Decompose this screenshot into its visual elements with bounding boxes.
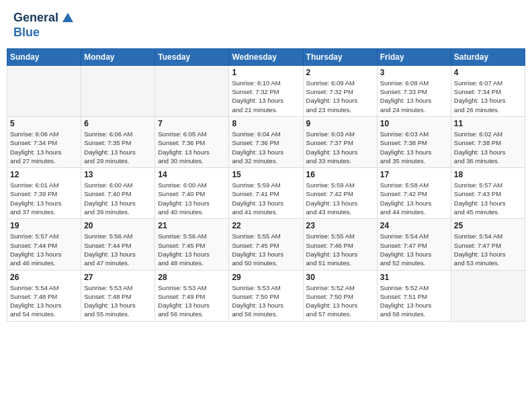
calendar-cell: 9Sunrise: 6:03 AMSunset: 7:37 PMDaylight… xyxy=(303,116,377,167)
day-number: 28 xyxy=(158,273,226,282)
day-info: Sunrise: 5:55 AMSunset: 7:46 PMDaylight:… xyxy=(306,232,374,267)
logo-text: GeneralBlue xyxy=(13,10,77,40)
header-tuesday: Tuesday xyxy=(155,48,229,65)
calendar-cell: 26Sunrise: 5:54 AMSunset: 7:48 PMDayligh… xyxy=(7,270,81,321)
day-info: Sunrise: 5:53 AMSunset: 7:50 PMDaylight:… xyxy=(232,283,300,319)
header-sunday: Sunday xyxy=(7,48,81,65)
day-number: 8 xyxy=(232,119,300,128)
calendar-cell: 6Sunrise: 6:06 AMSunset: 7:35 PMDaylight… xyxy=(81,116,155,167)
calendar-cell: 2Sunrise: 6:09 AMSunset: 7:32 PMDaylight… xyxy=(303,65,377,116)
day-number: 25 xyxy=(454,221,522,230)
calendar-week-3: 12Sunrise: 6:01 AMSunset: 7:39 PMDayligh… xyxy=(7,168,525,219)
day-number: 19 xyxy=(10,221,78,230)
day-number: 27 xyxy=(84,273,152,282)
calendar-cell xyxy=(81,65,155,116)
calendar-cell: 23Sunrise: 5:55 AMSunset: 7:46 PMDayligh… xyxy=(303,219,377,270)
day-number: 26 xyxy=(10,273,78,282)
calendar-cell: 12Sunrise: 6:01 AMSunset: 7:39 PMDayligh… xyxy=(7,168,81,219)
header-wednesday: Wednesday xyxy=(229,48,303,65)
calendar-table: SundayMondayTuesdayWednesdayThursdayFrid… xyxy=(7,48,525,322)
calendar-header-row: SundayMondayTuesdayWednesdayThursdayFrid… xyxy=(7,48,525,65)
header-saturday: Saturday xyxy=(451,48,525,65)
calendar-cell: 15Sunrise: 5:59 AMSunset: 7:41 PMDayligh… xyxy=(229,168,303,219)
day-number: 24 xyxy=(380,221,448,230)
day-number: 21 xyxy=(158,221,226,230)
header-friday: Friday xyxy=(377,48,451,65)
day-info: Sunrise: 5:56 AMSunset: 7:44 PMDaylight:… xyxy=(84,232,152,267)
day-number: 1 xyxy=(232,68,300,77)
day-number: 20 xyxy=(84,221,152,230)
calendar-cell: 19Sunrise: 5:57 AMSunset: 7:44 PMDayligh… xyxy=(7,219,81,270)
calendar-cell: 20Sunrise: 5:56 AMSunset: 7:44 PMDayligh… xyxy=(81,219,155,270)
day-number: 10 xyxy=(380,119,448,128)
calendar-cell: 13Sunrise: 6:00 AMSunset: 7:40 PMDayligh… xyxy=(81,168,155,219)
day-info: Sunrise: 5:54 AMSunset: 7:48 PMDaylight:… xyxy=(10,283,78,319)
day-info: Sunrise: 5:54 AMSunset: 7:47 PMDaylight:… xyxy=(380,232,448,267)
day-info: Sunrise: 6:08 AMSunset: 7:33 PMDaylight:… xyxy=(380,79,448,114)
calendar-week-4: 19Sunrise: 5:57 AMSunset: 7:44 PMDayligh… xyxy=(7,219,525,270)
page-header: GeneralBlue xyxy=(7,7,525,43)
header-thursday: Thursday xyxy=(303,48,377,65)
day-number: 4 xyxy=(454,68,522,77)
day-info: Sunrise: 5:58 AMSunset: 7:42 PMDaylight:… xyxy=(380,181,448,216)
header-monday: Monday xyxy=(81,48,155,65)
calendar-cell: 7Sunrise: 6:05 AMSunset: 7:36 PMDaylight… xyxy=(155,116,229,167)
day-info: Sunrise: 5:56 AMSunset: 7:45 PMDaylight:… xyxy=(158,232,226,267)
day-info: Sunrise: 5:52 AMSunset: 7:51 PMDaylight:… xyxy=(380,283,448,319)
day-number: 17 xyxy=(380,170,448,179)
calendar-cell: 10Sunrise: 6:03 AMSunset: 7:38 PMDayligh… xyxy=(377,116,451,167)
day-number: 2 xyxy=(306,68,374,77)
calendar-cell: 1Sunrise: 6:10 AMSunset: 7:32 PMDaylight… xyxy=(229,65,303,116)
day-number: 3 xyxy=(380,68,448,77)
day-info: Sunrise: 5:59 AMSunset: 7:42 PMDaylight:… xyxy=(306,181,374,216)
day-info: Sunrise: 5:57 AMSunset: 7:43 PMDaylight:… xyxy=(454,181,522,216)
day-info: Sunrise: 6:04 AMSunset: 7:36 PMDaylight:… xyxy=(232,130,300,165)
calendar-cell: 8Sunrise: 6:04 AMSunset: 7:36 PMDaylight… xyxy=(229,116,303,167)
calendar-cell: 14Sunrise: 6:00 AMSunset: 7:40 PMDayligh… xyxy=(155,168,229,219)
day-info: Sunrise: 6:07 AMSunset: 7:34 PMDaylight:… xyxy=(454,79,522,114)
calendar-cell xyxy=(451,270,525,321)
day-number: 11 xyxy=(454,119,522,128)
day-info: Sunrise: 5:55 AMSunset: 7:45 PMDaylight:… xyxy=(232,232,300,267)
calendar-cell xyxy=(155,65,229,116)
day-number: 6 xyxy=(84,119,152,128)
calendar-cell: 5Sunrise: 6:06 AMSunset: 7:34 PMDaylight… xyxy=(7,116,81,167)
calendar-cell: 25Sunrise: 5:54 AMSunset: 7:47 PMDayligh… xyxy=(451,219,525,270)
calendar-week-2: 5Sunrise: 6:06 AMSunset: 7:34 PMDaylight… xyxy=(7,116,525,167)
calendar-cell: 29Sunrise: 5:53 AMSunset: 7:50 PMDayligh… xyxy=(229,270,303,321)
day-info: Sunrise: 5:53 AMSunset: 7:49 PMDaylight:… xyxy=(158,283,226,319)
day-number: 15 xyxy=(232,170,300,179)
calendar-week-5: 26Sunrise: 5:54 AMSunset: 7:48 PMDayligh… xyxy=(7,270,525,321)
day-number: 14 xyxy=(158,170,226,179)
day-info: Sunrise: 5:59 AMSunset: 7:41 PMDaylight:… xyxy=(232,181,300,216)
day-info: Sunrise: 6:09 AMSunset: 7:32 PMDaylight:… xyxy=(306,79,374,114)
day-info: Sunrise: 5:53 AMSunset: 7:48 PMDaylight:… xyxy=(84,283,152,319)
day-number: 22 xyxy=(232,221,300,230)
calendar-cell xyxy=(7,65,81,116)
day-info: Sunrise: 6:06 AMSunset: 7:35 PMDaylight:… xyxy=(84,130,152,165)
calendar-cell: 22Sunrise: 5:55 AMSunset: 7:45 PMDayligh… xyxy=(229,219,303,270)
day-info: Sunrise: 6:10 AMSunset: 7:32 PMDaylight:… xyxy=(232,79,300,114)
day-info: Sunrise: 6:03 AMSunset: 7:38 PMDaylight:… xyxy=(380,130,448,165)
day-number: 31 xyxy=(380,273,448,282)
calendar-cell: 28Sunrise: 5:53 AMSunset: 7:49 PMDayligh… xyxy=(155,270,229,321)
day-info: Sunrise: 6:00 AMSunset: 7:40 PMDaylight:… xyxy=(84,181,152,216)
svg-marker-0 xyxy=(62,13,73,22)
day-info: Sunrise: 5:57 AMSunset: 7:44 PMDaylight:… xyxy=(10,232,78,267)
calendar-cell: 18Sunrise: 5:57 AMSunset: 7:43 PMDayligh… xyxy=(451,168,525,219)
logo: GeneralBlue xyxy=(13,10,77,40)
day-info: Sunrise: 6:02 AMSunset: 7:38 PMDaylight:… xyxy=(454,130,522,165)
day-info: Sunrise: 6:06 AMSunset: 7:34 PMDaylight:… xyxy=(10,130,78,165)
day-number: 7 xyxy=(158,119,226,128)
calendar-cell: 3Sunrise: 6:08 AMSunset: 7:33 PMDaylight… xyxy=(377,65,451,116)
day-number: 30 xyxy=(306,273,374,282)
day-info: Sunrise: 6:03 AMSunset: 7:37 PMDaylight:… xyxy=(306,130,374,165)
day-info: Sunrise: 5:52 AMSunset: 7:50 PMDaylight:… xyxy=(306,283,374,319)
calendar-cell: 4Sunrise: 6:07 AMSunset: 7:34 PMDaylight… xyxy=(451,65,525,116)
day-number: 18 xyxy=(454,170,522,179)
day-info: Sunrise: 6:00 AMSunset: 7:40 PMDaylight:… xyxy=(158,181,226,216)
calendar-cell: 27Sunrise: 5:53 AMSunset: 7:48 PMDayligh… xyxy=(81,270,155,321)
day-info: Sunrise: 6:01 AMSunset: 7:39 PMDaylight:… xyxy=(10,181,78,216)
day-number: 13 xyxy=(84,170,152,179)
day-number: 5 xyxy=(10,119,78,128)
